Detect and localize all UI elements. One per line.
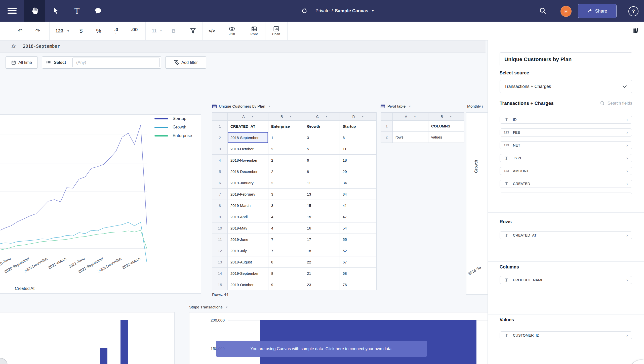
redo-button[interactable]: ↷ — [31, 22, 44, 40]
field-pill-created[interactable]: TCREATED› — [500, 180, 632, 188]
search-button[interactable] — [536, 0, 550, 22]
pivot-table-holder[interactable]: A▼B▼1COLUMNS2rowsvalues — [381, 112, 464, 143]
cell[interactable]: Enterprise — [268, 121, 304, 132]
cell[interactable]: 29 — [340, 166, 377, 177]
cell[interactable]: 68 — [340, 268, 377, 279]
column-header-C[interactable]: C▼ — [304, 113, 340, 121]
comment-tool-button[interactable] — [88, 0, 109, 22]
cell[interactable]: CREATED_AT — [228, 121, 268, 132]
cell[interactable]: 41 — [340, 200, 377, 211]
cell[interactable]: 11 — [340, 143, 377, 155]
cell[interactable]: 2019-April — [228, 211, 268, 222]
share-button[interactable]: Share — [578, 4, 617, 18]
column-header-A[interactable]: A▼ — [228, 113, 268, 121]
cell[interactable] — [393, 121, 428, 132]
help-button[interactable]: ? — [628, 6, 638, 16]
cell[interactable]: 54 — [340, 222, 377, 234]
chart-button[interactable]: Chart — [268, 22, 285, 40]
cell[interactable]: 62 — [340, 245, 377, 256]
field-pill-type[interactable]: TTYPE› — [500, 154, 632, 162]
percent-format-button[interactable]: % — [92, 22, 105, 40]
field-pill-product_name[interactable]: TPRODUCT_NAME› — [500, 276, 632, 284]
cell[interactable]: 2019-May — [228, 222, 268, 234]
monthly-chart-widget[interactable]: Growth 2018-Se — [466, 112, 490, 295]
column-header-D[interactable]: D▼ — [340, 113, 377, 121]
cell[interactable]: 55 — [340, 234, 377, 245]
cell[interactable]: 6 — [340, 132, 377, 143]
cell[interactable]: 13 — [304, 189, 340, 200]
bold-button[interactable]: B — [167, 22, 180, 40]
hand-tool-button[interactable] — [24, 0, 45, 22]
row-number[interactable]: 6 — [212, 177, 228, 189]
widget-title-input[interactable]: Unique Customers by Plan — [500, 52, 632, 66]
field-pill-fee[interactable]: 123FEE› — [500, 128, 632, 136]
cell[interactable]: 15 — [304, 211, 340, 222]
cell[interactable]: 22 — [304, 256, 340, 268]
cell[interactable]: 2019-July — [228, 245, 268, 256]
decrease-decimals-button[interactable]: .0 ← — [110, 22, 123, 40]
select-filter-control[interactable]: Select (Any) — [42, 56, 161, 69]
cell[interactable]: 16 — [304, 222, 340, 234]
currency-format-button[interactable]: $ — [75, 22, 87, 40]
cell[interactable]: 8 — [268, 256, 304, 268]
add-filter-button[interactable]: Add filter — [165, 56, 206, 69]
source-select[interactable]: Transactions + Charges — [500, 80, 632, 93]
number-format-dropdown[interactable]: 123 — [52, 22, 67, 40]
cell[interactable]: 8 — [304, 166, 340, 177]
cell[interactable]: 2018-September — [228, 132, 268, 143]
cell[interactable]: 2018-October — [228, 143, 268, 155]
cell[interactable]: 23 — [304, 279, 340, 290]
undo-button[interactable]: ↶ — [14, 22, 26, 40]
formula-bar[interactable]: fx 2018-September — [0, 40, 486, 53]
cell[interactable]: 2019-June — [228, 234, 268, 245]
column-header-B[interactable]: B▼ — [268, 113, 304, 121]
cell[interactable]: 34 — [340, 189, 377, 200]
code-button[interactable]: </> — [205, 22, 219, 40]
cell[interactable]: 3 — [268, 200, 304, 211]
column-header-A[interactable]: A▼ — [393, 113, 428, 121]
cell[interactable]: rows — [393, 132, 428, 143]
cell[interactable]: 7 — [268, 245, 304, 256]
floating-help-bubble[interactable] — [629, 359, 644, 364]
row-number[interactable]: 4 — [212, 155, 228, 166]
row-number[interactable]: 2 — [381, 132, 393, 143]
cell[interactable]: 2 — [268, 143, 304, 155]
corner-cell[interactable] — [212, 113, 228, 121]
row-number[interactable]: 2 — [212, 132, 228, 143]
field-pill-net[interactable]: 123NET› — [500, 141, 632, 149]
field-pill-airbyte_ab_id[interactable]: TAIRBYTE_AB_ID› — [500, 193, 632, 194]
cell[interactable]: 2019-August — [228, 256, 268, 268]
cell[interactable]: values — [428, 132, 464, 143]
customers-table-holder[interactable]: A▼B▼C▼D▼1CREATED_ATEnterpriseGrowthStart… — [212, 112, 377, 290]
number-format-caret[interactable]: ▼ — [66, 22, 70, 40]
refresh-button[interactable] — [297, 0, 312, 22]
cell[interactable]: 4 — [268, 211, 304, 222]
join-button[interactable]: Join — [223, 22, 240, 40]
field-pill-id[interactable]: TID› — [500, 116, 632, 124]
formula-value[interactable]: 2018-September — [23, 44, 60, 49]
row-number[interactable]: 9 — [212, 211, 228, 222]
cell[interactable]: 2019-January — [228, 177, 268, 189]
sample-data-banner[interactable]: You are using Canvas with sample data. C… — [216, 341, 427, 357]
cell[interactable]: 2019-March — [228, 200, 268, 211]
cell[interactable]: 67 — [340, 256, 377, 268]
cell[interactable]: 5 — [304, 143, 340, 155]
cell[interactable]: 3 — [304, 132, 340, 143]
cell[interactable]: 8 — [268, 268, 304, 279]
filter-value-input[interactable]: (Any) — [72, 58, 160, 67]
filter-button[interactable] — [186, 22, 200, 40]
cell[interactable]: 15 — [304, 200, 340, 211]
cell[interactable]: 3 — [268, 189, 304, 200]
select-tool-button[interactable] — [45, 0, 66, 22]
row-number[interactable]: 12 — [212, 245, 228, 256]
corner-cell[interactable] — [381, 113, 393, 121]
row-number[interactable]: 1 — [212, 121, 228, 132]
library-button[interactable] — [629, 22, 642, 40]
menu-button[interactable] — [2, 0, 22, 22]
cell[interactable]: 11 — [304, 177, 340, 189]
cell[interactable]: 2019-September — [228, 268, 268, 279]
cell[interactable]: 2019-October — [228, 279, 268, 290]
row-number[interactable]: 3 — [212, 143, 228, 155]
row-number[interactable]: 13 — [212, 256, 228, 268]
cell[interactable]: 2 — [268, 166, 304, 177]
